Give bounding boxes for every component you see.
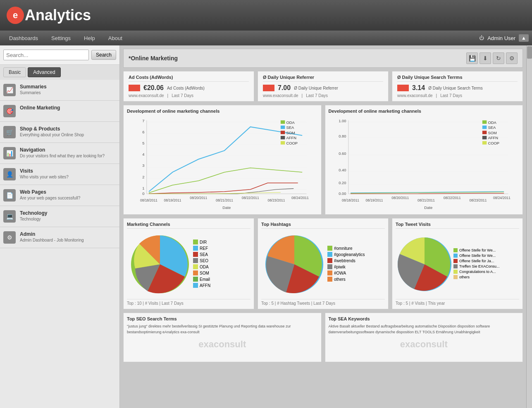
svg-text:0: 0 xyxy=(142,191,144,196)
top-hashtags-content: #omniture #googleanalytics #webtrends xyxy=(261,231,385,297)
sidebar-item-admin[interactable]: ⚙ Admin Admin Dashboard - Job Monitoring xyxy=(0,227,119,248)
sidebar-item-web-pages[interactable]: 📄 Web Pages Are your web pages successfu… xyxy=(0,185,119,206)
top-tweet-legend: Offene Stelle für We... Offene Stelle fü… xyxy=(453,248,500,280)
navbar: Dashboards Settings Help About ⏻ Admin U… xyxy=(0,31,532,45)
legend-seo: SEO xyxy=(193,258,210,263)
kpi-ad-costs-value-row: €20.06 Ad Costs (AdWords) xyxy=(129,84,249,92)
legend-tweet-2-label: Offene Stelle für Ja... xyxy=(459,259,494,263)
admin-label: Admin User xyxy=(487,35,515,41)
download-icon[interactable]: ⬇ xyxy=(480,52,491,64)
tab-basic[interactable]: Basic xyxy=(3,67,26,77)
svg-text:08/19/2011: 08/19/2011 xyxy=(164,198,181,202)
legend-piwik-color xyxy=(327,264,332,269)
legend-googleanalytics-color xyxy=(327,252,332,257)
nav-about[interactable]: About xyxy=(103,33,128,44)
legend-ref: REF xyxy=(193,246,210,251)
sidebar-item-text-shop-products: Shop & Products Everything about your On… xyxy=(20,126,84,137)
svg-rect-58 xyxy=(482,126,486,129)
search-bar: Search xyxy=(0,45,119,65)
legend-googleanalytics: #googleanalytics xyxy=(327,252,365,257)
settings-icon[interactable]: ⚙ xyxy=(506,52,518,64)
legend-seo-color xyxy=(193,258,198,263)
save-icon[interactable]: 💾 xyxy=(466,52,478,64)
logo: e Analytics xyxy=(7,7,91,24)
svg-text:COOP: COOP xyxy=(488,141,499,145)
app-title: Analytics xyxy=(25,7,91,24)
legend-tweet-1-label: Offene Stelle für We... xyxy=(459,254,496,258)
svg-text:0.80: 0.80 xyxy=(339,134,346,138)
legend-dir: DIR xyxy=(193,240,210,244)
sidebar-item-visits[interactable]: 👤 Visits Who visits your web sites? xyxy=(0,164,119,185)
nav-settings[interactable]: Settings xyxy=(45,33,76,44)
nav-right: ⏻ Admin User ▲ xyxy=(479,34,529,42)
svg-text:08/20/2011: 08/20/2011 xyxy=(391,196,409,200)
legend-owa-label: #OWA xyxy=(334,271,346,275)
legend-tweet-5-label: others xyxy=(459,275,470,279)
svg-text:2: 2 xyxy=(142,175,144,179)
svg-text:AFFN: AFFN xyxy=(286,135,296,140)
top-tweet-content: Offene Stelle für We... Offene Stelle fü… xyxy=(396,231,519,297)
legend-som-label: SOM xyxy=(200,271,209,275)
top-tweet-title: Top Tweet Visits xyxy=(396,222,519,229)
legend-email-label: Email xyxy=(200,277,210,282)
sidebar-item-text-admin: Admin Admin Dashboard - Job Monitoring xyxy=(20,231,84,242)
legend-ref-label: REF xyxy=(200,246,208,251)
marketing-channels-content: DIR REF SEA SEO xyxy=(127,231,250,297)
sea-card: Top SEA Keywords Aktive Basalt aktueller… xyxy=(325,313,523,362)
web-pages-icon: 📄 xyxy=(3,189,16,202)
svg-text:COOP: COOP xyxy=(286,141,298,145)
svg-text:SEA: SEA xyxy=(286,125,294,130)
legend-tweet-0-color xyxy=(453,248,458,252)
chevron-up-icon[interactable]: ▲ xyxy=(519,34,529,42)
marketing-channels-title: Marketing Channels xyxy=(127,222,250,229)
legend-piwik: #piwik xyxy=(327,264,365,269)
legend-sea: SEA xyxy=(193,252,210,257)
svg-rect-27 xyxy=(281,126,285,129)
power-icon[interactable]: ⏻ xyxy=(479,35,484,41)
tab-bar: Basic Advanced xyxy=(0,65,119,80)
tab-advanced[interactable]: Advanced xyxy=(28,67,60,77)
svg-text:Date: Date xyxy=(424,205,432,210)
sidebar-item-summaries[interactable]: 📈 Summaries Summaries xyxy=(0,80,119,101)
svg-text:0.00: 0.00 xyxy=(339,191,346,196)
svg-text:08/21/2011: 08/21/2011 xyxy=(216,198,233,202)
legend-omniture-label: #omniture xyxy=(334,246,352,251)
kpi-ad-costs-bar xyxy=(129,85,140,91)
svg-text:ODA: ODA xyxy=(488,120,496,125)
search-input[interactable] xyxy=(3,50,89,60)
scroll-thumb[interactable] xyxy=(527,46,532,59)
kpi-referrer-title: Ø Daily Unique Referrer xyxy=(263,75,383,82)
svg-rect-62 xyxy=(482,136,486,139)
legend-sea-label: SEA xyxy=(200,252,208,257)
seo-content: "justus jung" direktes mehr bestellverlä… xyxy=(127,324,318,335)
kpi-search-terms: Ø Daily Unique Search Terrms 3.14 Ø Dail… xyxy=(392,71,523,102)
bottom-row: Marketing Channels DIR xyxy=(123,218,523,309)
legend-dir-label: DIR xyxy=(200,240,207,244)
sidebar-item-technology[interactable]: 💻 Technology Technology xyxy=(0,206,119,227)
svg-text:08/18/2011: 08/18/2011 xyxy=(342,198,359,202)
legend-webtrends-label: #webtrends xyxy=(334,259,355,263)
sidebar-item-online-marketing[interactable]: 🎯 Online Marketing xyxy=(0,101,119,122)
sidebar-item-navigation[interactable]: 📊 Navigation Do your visitors find what … xyxy=(0,143,119,164)
sidebar-item-shop-products[interactable]: 🛒 Shop & Products Everything about your … xyxy=(0,122,119,143)
kpi-search-terms-period: Last 7 Days xyxy=(440,93,462,98)
svg-rect-29 xyxy=(281,131,285,134)
kpi-search-terms-site: www.exaconsult.de xyxy=(397,93,433,98)
legend-affn: AFFN xyxy=(193,283,210,288)
scrollbar[interactable] xyxy=(526,45,532,408)
kpi-search-terms-value-row: 3.14 Ø Daily Unique Search Terms xyxy=(397,84,518,92)
refresh-icon[interactable]: ↻ xyxy=(493,52,504,64)
chart-right-title: Development of online marketing channels xyxy=(329,109,520,114)
kpi-ad-costs-value: €20.06 xyxy=(143,84,164,92)
nav-dashboards[interactable]: Dashboards xyxy=(3,33,44,44)
legend-tweet-5-color xyxy=(453,275,458,279)
svg-text:3: 3 xyxy=(142,163,144,168)
search-button[interactable]: Search xyxy=(91,50,116,60)
svg-text:08/18/2011: 08/18/2011 xyxy=(140,198,157,202)
nav-help[interactable]: Help xyxy=(78,33,101,44)
chart-right-svg: 1.00 0.80 0.60 0.40 0.20 0.00 xyxy=(329,116,520,211)
navigation-icon: 📊 xyxy=(3,147,16,159)
svg-text:SEA: SEA xyxy=(488,125,496,130)
seo-title: Top SEO Search Terms xyxy=(127,316,318,321)
legend-tweet-3: Treffen Sie EXAConsu... xyxy=(453,264,500,268)
